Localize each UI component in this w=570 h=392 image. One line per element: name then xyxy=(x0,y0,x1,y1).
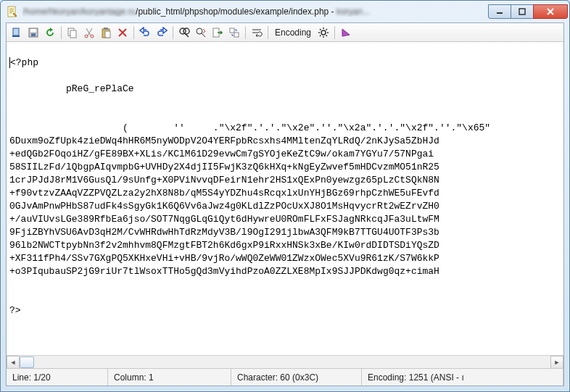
svg-point-11 xyxy=(91,35,94,38)
close-button[interactable] xyxy=(533,4,568,19)
svg-rect-2 xyxy=(519,9,525,14)
separator xyxy=(173,26,173,39)
code-line: 9FjiZBYhVSU6AvD3qH2M/CvWHRdwHhTdRzMdyV3B… xyxy=(9,227,439,238)
svg-rect-19 xyxy=(230,28,234,33)
code-line: +o3PIqubauSP2jG9riUr7tlWsoxTTHo5gQd3mVyi… xyxy=(9,266,439,277)
scroll-thumb[interactable] xyxy=(20,356,34,368)
svg-rect-20 xyxy=(234,33,239,37)
wordwrap-icon[interactable] xyxy=(249,25,264,40)
code-line: +edQGb2FOqoiHZ/gFE89BX+XLis/KClM61D29evw… xyxy=(9,149,434,159)
app-window: /home/hkoryan/koryantage.ru/public_html/… xyxy=(0,0,570,392)
code-line: +f90vtzvZAAqVZZPVQZLza2y2hX8N8b/qM5S4yYD… xyxy=(9,188,439,199)
code-line: ( '' ."\x2f".'.'."\x2e".''."\x2a".'.'."\… xyxy=(123,122,490,133)
status-line: Line: 1/20 xyxy=(7,369,108,385)
svg-rect-13 xyxy=(104,28,108,30)
status-char: Character: 60 (0x3C) xyxy=(231,369,362,385)
scroll-right-icon[interactable]: ► xyxy=(550,356,563,369)
titlebar[interactable]: /home/hkoryan/koryantage.ru/public_html/… xyxy=(1,1,569,22)
svg-point-16 xyxy=(183,28,189,34)
status-column: Column: 1 xyxy=(108,369,231,385)
svg-point-17 xyxy=(197,28,202,34)
refresh-icon[interactable] xyxy=(43,25,57,40)
status-encoding: Encoding: 1251 (ANSI - ı xyxy=(362,369,563,385)
toolbar: Encoding xyxy=(7,23,563,42)
replace-all-icon[interactable] xyxy=(227,25,241,40)
replace-icon[interactable] xyxy=(194,25,208,40)
code-editor[interactable]: <?php pReG_rePlaCe ( '' ."\x2f".'.'."\x2… xyxy=(7,42,563,355)
svg-rect-6 xyxy=(30,29,36,32)
separator xyxy=(133,26,134,39)
scroll-track[interactable] xyxy=(20,356,550,369)
separator xyxy=(61,26,62,39)
goto-icon[interactable] xyxy=(210,25,225,40)
svg-point-10 xyxy=(85,35,88,38)
editor-container: Encoding <?php pReG_rePlaCe ( '' ."\x2f"… xyxy=(6,22,564,386)
undo-icon[interactable] xyxy=(138,25,152,40)
code-line: pReG_rePlaCe xyxy=(66,83,134,94)
separator xyxy=(268,26,268,39)
copy-icon[interactable] xyxy=(65,25,80,40)
paste-icon[interactable] xyxy=(99,25,113,40)
save-icon[interactable] xyxy=(26,25,41,40)
code-line: 96lb2NWCTtpybNn3f2v2mhhvm8QFMzgtFBT2h6Kd… xyxy=(9,240,439,251)
editor-viewport: <?php pReG_rePlaCe ( '' ."\x2f".'.'."\x2… xyxy=(7,42,563,368)
code-line: +XF311fPh4/SSv7GXgPQ5XKHxeVHi+vHB/9vjRo/… xyxy=(9,253,439,264)
horizontal-scrollbar[interactable]: ◄ ► xyxy=(7,355,563,368)
connect-icon[interactable] xyxy=(9,25,24,40)
window-title: /home/hkoryan/koryantage.ru/public_html/… xyxy=(22,7,489,17)
code-line: 58SIILzFd/lQbgpAIqvmpbG+UVHDy2X4djII5Fwj… xyxy=(9,162,439,172)
svg-rect-4 xyxy=(12,36,20,37)
separator xyxy=(334,26,335,39)
search-icon[interactable] xyxy=(177,25,191,40)
svg-rect-14 xyxy=(105,31,110,38)
scroll-left-icon[interactable]: ◄ xyxy=(7,356,20,369)
svg-point-21 xyxy=(321,30,326,35)
statusbar: Line: 1/20 Column: 1 Character: 60 (0x3C… xyxy=(7,368,563,385)
redo-icon[interactable] xyxy=(154,25,169,40)
minimize-button[interactable] xyxy=(488,4,511,19)
svg-rect-9 xyxy=(70,30,76,38)
code-line: <?php xyxy=(10,57,38,68)
settings-icon[interactable] xyxy=(316,25,331,40)
code-line: ?> xyxy=(9,305,21,316)
delete-icon[interactable] xyxy=(115,25,130,40)
cut-icon[interactable] xyxy=(82,25,96,40)
maximize-button[interactable] xyxy=(511,4,534,19)
separator xyxy=(245,26,246,39)
code-line: 0GJvAmPnwPHbS87udFk4sSgyGk1K6Q6Vv6aJwz4g… xyxy=(9,201,439,212)
encoding-label[interactable]: Encoding xyxy=(272,28,314,38)
code-line: +/auVIUvsLGe389RfbEa6jso/SOT7NqgGLqGiQyt… xyxy=(9,214,439,225)
svg-rect-7 xyxy=(31,33,36,36)
code-line: 6Duxm9oZfUpk4zieDWq4hHR6M5nyWODpV2O4YERF… xyxy=(9,135,439,146)
notepad-icon xyxy=(7,6,18,17)
help-icon[interactable] xyxy=(339,25,353,40)
code-line: 1crJPJdJ8rM1V6GusQl/9sUnfg+X0PViNvvqDFei… xyxy=(9,175,439,185)
window-controls xyxy=(489,4,568,19)
svg-rect-3 xyxy=(13,28,19,36)
